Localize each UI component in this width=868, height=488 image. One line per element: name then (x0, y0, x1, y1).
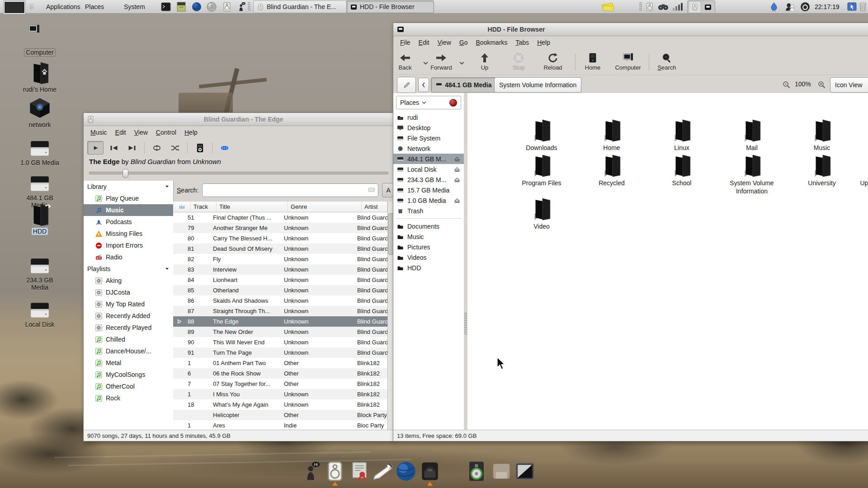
applet-users[interactable] (785, 0, 796, 13)
tray-binoculars[interactable] (658, 0, 669, 13)
place-network[interactable]: Network (393, 143, 464, 154)
visualizer-button[interactable] (217, 141, 232, 154)
playlist-item-recently-played[interactable]: Recently Played (84, 322, 173, 333)
places-header[interactable]: Places (396, 96, 461, 109)
track-row[interactable]: 87Straight Through Th...UnknownBlind Gua… (173, 306, 387, 316)
music-menu-view[interactable]: View (130, 127, 152, 138)
fb-menu-file[interactable]: File (396, 37, 415, 48)
track-row[interactable]: 606 the Rock ShowOtherBlink182 (173, 368, 387, 379)
bookmark-hdd[interactable]: HDD (393, 263, 464, 273)
track-row[interactable]: 90This Will Never EndUnknownBlind Guardi… (173, 337, 387, 347)
reload-button[interactable]: Reload (537, 51, 569, 72)
playlist-item-djcosta[interactable]: DJCosta (84, 286, 173, 298)
column-header-artist[interactable]: Artist (362, 202, 387, 212)
column-header-title[interactable]: Title (217, 202, 288, 212)
mini-window-file-browser[interactable] (702, 1, 714, 13)
desktop-icon-hdd[interactable]: HDD (16, 202, 63, 235)
launcher-web-browser[interactable] (190, 0, 203, 13)
track-row[interactable]: 82FlyUnknownBlind Guardian (173, 254, 387, 264)
search-button[interactable]: Search (651, 51, 683, 72)
place-15-7-gb-media[interactable]: 15.7 GB Media (393, 185, 464, 195)
playlist-item-chilled[interactable]: Chilled (84, 333, 173, 345)
track-row[interactable]: 85OtherlandUnknownBlind Guardian (173, 285, 387, 296)
taskbar-button-1[interactable]: Blind Guardian - The E... (253, 0, 352, 13)
fb-menu-view[interactable]: View (434, 37, 455, 48)
track-row[interactable]: 89The New OrderUnknownBlind Guardian (173, 327, 387, 337)
grid-folder-school[interactable]: School (648, 153, 716, 188)
track-row[interactable]: 84LionheartUnknownBlind Guardian (173, 275, 387, 285)
grid-folder-system-volume-information[interactable]: System Volume Information (718, 153, 786, 195)
track-row[interactable]: 88The EdgeUnknownBlind Guardian (173, 316, 387, 327)
desktop-icon-network[interactable]: network (16, 96, 63, 128)
window-list-handle[interactable] (248, 2, 250, 11)
zoom-in-button[interactable] (817, 80, 826, 90)
back-button[interactable]: Back (389, 51, 421, 72)
track-row[interactable]: 91Turn The PageUnknownBlind Guardian (173, 347, 387, 358)
fb-menu-help[interactable]: Help (533, 37, 554, 48)
fb-menu-bookmarks[interactable]: Bookmarks (472, 37, 512, 48)
place-desktop[interactable]: Desktop (393, 122, 464, 133)
grid-folder-video[interactable]: Video (508, 197, 576, 231)
forward-button[interactable]: Forward (425, 51, 458, 72)
collapse-icon[interactable] (165, 267, 170, 271)
portable-player-button[interactable] (192, 141, 208, 154)
launcher-speaker[interactable] (220, 0, 234, 13)
dock-speaker[interactable] (325, 461, 345, 483)
playlist-item-mycoolsongs[interactable]: MyCoolSongs (84, 369, 173, 380)
shuffle-button[interactable] (167, 141, 183, 154)
panel-menu-places[interactable]: Places (82, 0, 107, 13)
library-item-music[interactable]: Music (84, 204, 173, 216)
eject-icon[interactable] (454, 177, 460, 183)
dock-file-cabinet[interactable] (420, 461, 440, 483)
applet-weather[interactable] (769, 0, 779, 13)
fb-menu-go[interactable]: Go (455, 37, 472, 48)
grid-folder-mail[interactable]: Mail (718, 118, 786, 152)
music-menu-edit[interactable]: Edit (111, 127, 130, 138)
dock-display[interactable] (514, 461, 535, 483)
track-row[interactable]: 101 Anthem Part TwoOtherBlink182 (173, 358, 387, 368)
grid-folder-pictures[interactable]: Pictures (858, 118, 868, 152)
launcher-sphere[interactable] (205, 0, 218, 13)
library-item-missing-files[interactable]: Missing Files (84, 228, 173, 239)
search-input[interactable] (202, 183, 378, 197)
eject-icon[interactable] (454, 167, 460, 172)
desktop-icon-1-0-gb-media[interactable]: 1.0 GB Media (16, 134, 63, 166)
zoom-out-button[interactable] (782, 80, 790, 90)
grid-folder-update-tools-and-stuff[interactable]: Update Tools and Stuff (858, 153, 868, 188)
grid-folder-home[interactable]: Home (578, 118, 646, 152)
place-1-0-gb-media[interactable]: 1.0 GB Media (393, 195, 464, 206)
music-menu-help[interactable]: Help (180, 127, 202, 138)
place-file-system[interactable]: File System (393, 133, 464, 143)
view-mode-select[interactable]: Icon View (830, 77, 868, 93)
column-header-genre[interactable]: Genre (288, 202, 362, 212)
track-row[interactable]: 1I Miss YouUnknownBlink182 (173, 389, 387, 399)
track-row[interactable]: 83InterviewUnknownBlind Guardian (173, 264, 387, 275)
library-item-play-queue[interactable]: Play Queue (84, 192, 173, 204)
grid-folder-program-files[interactable]: Program Files (508, 153, 576, 188)
place-local-disk[interactable]: Local Disk (393, 164, 464, 174)
column-header-track[interactable]: Track (191, 202, 217, 212)
track-row[interactable]: 707 Stay Together for...OtherBlink182 (173, 379, 387, 389)
tray-handle[interactable] (639, 2, 642, 11)
playlist-item-recently-added[interactable]: Recently Added (84, 310, 173, 322)
music-menu-music[interactable]: Music (86, 127, 111, 138)
place-trash[interactable]: Trash (393, 206, 464, 216)
home-button[interactable]: Home (576, 51, 609, 72)
playlist-item-othercool[interactable]: OtherCool (84, 380, 173, 392)
path-button-2[interactable]: System Volume Information (494, 77, 581, 93)
grid-folder-music[interactable]: Music (788, 118, 856, 152)
dock-certificate[interactable] (349, 461, 370, 483)
launcher-buddy[interactable]: Hi (235, 0, 249, 13)
desktop-icon-rudi-s-home[interactable]: rudi's Home (16, 61, 63, 93)
play-button[interactable] (87, 141, 104, 155)
tray-network-signal[interactable] (672, 0, 683, 13)
applet-trash[interactable] (858, 0, 868, 13)
up-button[interactable]: Up (468, 51, 501, 72)
playlist-item-aking[interactable]: Aking (84, 275, 173, 286)
computer-button[interactable]: Computer (612, 51, 644, 72)
grid-folder-downloads[interactable]: Downloads (508, 118, 576, 152)
library-header[interactable]: Library (84, 181, 173, 192)
fb-menu-tabs[interactable]: Tabs (512, 37, 533, 48)
place-rudi[interactable]: rudi (393, 112, 464, 122)
location-toggle-button[interactable] (397, 77, 416, 93)
